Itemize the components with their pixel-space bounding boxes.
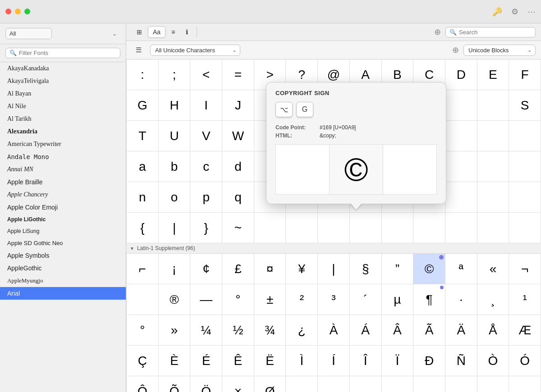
glyph-cell[interactable] <box>413 213 445 243</box>
glyph-cell[interactable]: ° <box>127 315 159 346</box>
glyph-cell[interactable]: § <box>350 254 382 284</box>
font-item-apple-ligothic[interactable]: Apple LiGothic <box>0 214 126 225</box>
unicode-blocks-select[interactable]: Unicode Blocks Basic Latin Latin-1 Suppl… <box>463 45 536 56</box>
glyph-cell[interactable]: Í <box>318 346 350 376</box>
font-item-al-tarikh[interactable]: Al Tarikh <box>0 113 126 125</box>
glyph-cell[interactable]: Ó <box>509 346 541 376</box>
glyph-cell[interactable] <box>382 376 414 392</box>
glyph-cell[interactable]: ´ <box>350 284 382 315</box>
glyph-cell[interactable] <box>445 121 477 151</box>
font-item-alexandria[interactable]: Alexandria <box>0 125 126 138</box>
glyph-cell[interactable]: Ë <box>254 346 286 376</box>
glyph-cell[interactable]: Ï <box>382 346 414 376</box>
glyph-cell[interactable]: Ò <box>477 346 509 376</box>
glyph-cell[interactable]: p <box>190 182 222 213</box>
glyph-cell[interactable]: V <box>190 121 222 151</box>
glyph-cell[interactable]: Ö <box>190 376 222 392</box>
glyph-cell[interactable]: ¶ <box>413 284 445 315</box>
glyph-cell[interactable]: S <box>509 90 541 121</box>
glyph-cell[interactable] <box>477 376 509 392</box>
font-item-al-bayan[interactable]: Al Bayan <box>0 87 126 100</box>
glyph-cell[interactable]: U <box>159 121 191 151</box>
glyph-cell[interactable]: ¿ <box>286 315 318 346</box>
glyph-cell[interactable]: ® <box>159 284 191 315</box>
font-item-apple-chancery[interactable]: Apple Chancery <box>0 188 126 201</box>
glyph-cell[interactable]: q <box>222 182 254 213</box>
list-view-button[interactable]: ☰ <box>132 44 146 56</box>
filter-fonts-input[interactable] <box>19 50 116 56</box>
glyph-cell[interactable] <box>286 376 318 392</box>
close-button[interactable] <box>5 9 11 14</box>
font-item-apple-sd-gothic-neo[interactable]: Apple SD Gothic Neo <box>0 237 126 249</box>
glyph-cell[interactable]: I <box>190 90 222 121</box>
glyph-cell[interactable]: o <box>159 182 191 213</box>
glyph-cell[interactable] <box>477 182 509 213</box>
glyph-cell[interactable]: ¸ <box>477 284 509 315</box>
font-item-apple-braille[interactable]: Apple Braille <box>0 176 126 188</box>
glyph-cell[interactable]: c <box>190 151 222 182</box>
unicode-filter-select[interactable]: All Unicode Characters Latin Greek Cyril… <box>150 45 240 56</box>
glyph-cell[interactable]: Ø <box>254 376 286 392</box>
glyph-cell[interactable] <box>445 182 477 213</box>
font-item-apple-symbols[interactable]: Apple Symbols <box>0 249 126 262</box>
glyph-cell[interactable] <box>477 90 509 121</box>
glyph-cell[interactable] <box>509 151 541 182</box>
glyph-area[interactable]: :;<=>?@ABCDEFGHIJKLMSTUVWXYZabcdefgnopqr… <box>126 59 541 392</box>
glyph-cell[interactable]: ¹ <box>509 284 541 315</box>
glyph-cell[interactable] <box>413 376 445 392</box>
glyph-cell[interactable]: ² <box>286 284 318 315</box>
font-item-apple-lisung[interactable]: Apple LiSung <box>0 225 126 237</box>
font-item-akaya-telivigala[interactable]: AkayaTelivigala <box>0 75 126 87</box>
glyph-cell[interactable]: } <box>190 213 222 243</box>
glyph-cell[interactable]: F <box>509 59 541 90</box>
glyph-cell[interactable] <box>254 213 286 243</box>
glyph-cell[interactable] <box>382 213 414 243</box>
glyph-cell[interactable]: È <box>159 346 191 376</box>
glyph-cell[interactable]: © <box>413 254 445 284</box>
glyph-cell[interactable] <box>509 182 541 213</box>
gear-icon[interactable]: ⚙ <box>511 7 518 17</box>
glyph-cell[interactable] <box>318 376 350 392</box>
glyph-cell[interactable]: ¤ <box>254 254 286 284</box>
glyph-cell[interactable]: W <box>222 121 254 151</box>
maximize-button[interactable] <box>24 9 30 14</box>
share-icon[interactable]: ⊕ <box>434 27 441 37</box>
glyph-cell[interactable]: d <box>222 151 254 182</box>
glyph-cell[interactable]: À <box>318 315 350 346</box>
latin1-section-header[interactable]: ▼ Latin-1 Supplement (96) <box>126 243 541 254</box>
glyph-cell[interactable]: ¥ <box>286 254 318 284</box>
glyph-cell[interactable]: a <box>127 151 159 182</box>
glyph-cell[interactable]: H <box>159 90 191 121</box>
glyph-cell[interactable]: | <box>318 254 350 284</box>
glyph-cell[interactable]: ³ <box>318 284 350 315</box>
glyph-cell[interactable]: × <box>222 376 254 392</box>
glyph-cell[interactable]: ” <box>382 254 414 284</box>
link-icon-button[interactable]: ⊕ <box>452 45 459 55</box>
glyph-cell[interactable]: Ô <box>127 376 159 392</box>
font-category-select[interactable]: All Recently Used Fixed Width <box>5 28 52 39</box>
glyph-cell[interactable]: £ <box>222 254 254 284</box>
font-item-apple-color-emoji[interactable]: Apple Color Emoji <box>0 201 126 214</box>
glyph-cell[interactable]: Ã <box>413 315 445 346</box>
glyph-cell[interactable] <box>509 376 541 392</box>
glyph-cell[interactable]: ; <box>159 59 191 90</box>
glyph-cell[interactable] <box>350 213 382 243</box>
glyph-cell[interactable]: ¬ <box>509 254 541 284</box>
glyph-cell[interactable] <box>445 90 477 121</box>
font-item-annai-mn[interactable]: Annai MN <box>0 163 126 176</box>
glyph-cell[interactable]: « <box>477 254 509 284</box>
glyph-cell[interactable]: ¾ <box>254 315 286 346</box>
glyph-cell[interactable]: Ê <box>222 346 254 376</box>
glyph-cell[interactable]: Î <box>350 346 382 376</box>
glyph-cell[interactable] <box>509 121 541 151</box>
glyph-cell[interactable]: Á <box>350 315 382 346</box>
glyph-cell[interactable]: { <box>127 213 159 243</box>
glyph-cell[interactable]: ± <box>254 284 286 315</box>
font-item-arial[interactable]: Arial <box>0 287 126 300</box>
font-item-akaya-kanadaka[interactable]: AkayaKanadaka <box>0 62 126 75</box>
glyph-cell[interactable]: Ñ <box>445 346 477 376</box>
glyph-cell[interactable]: = <box>222 59 254 90</box>
glyph-cell[interactable]: T <box>127 121 159 151</box>
glyph-cell[interactable]: | <box>159 213 191 243</box>
glyph-cell[interactable]: ¢ <box>190 254 222 284</box>
